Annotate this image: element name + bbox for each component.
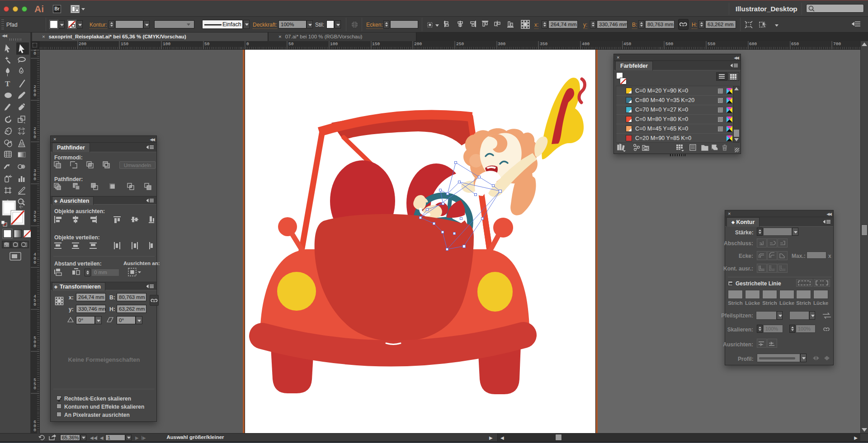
svg-text:T: T — [5, 79, 10, 88]
